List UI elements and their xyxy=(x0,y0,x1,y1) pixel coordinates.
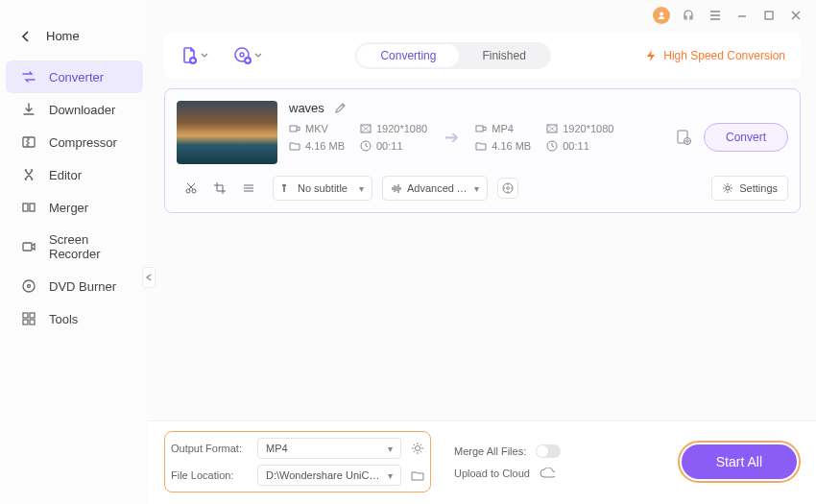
maximize-icon[interactable] xyxy=(760,7,778,24)
merge-toggle[interactable] xyxy=(536,444,561,458)
nav-label: Merger xyxy=(49,201,88,215)
arrow-right-icon: ➔ xyxy=(444,127,459,148)
svg-point-29 xyxy=(726,186,730,190)
back-icon[interactable] xyxy=(21,31,31,42)
svg-point-25 xyxy=(186,189,190,193)
sidebar-item-downloader[interactable]: Downloader xyxy=(0,93,149,126)
start-all-button[interactable]: Start All xyxy=(682,444,797,479)
open-folder-icon[interactable] xyxy=(411,468,424,482)
svg-rect-1 xyxy=(23,204,28,211)
home-label[interactable]: Home xyxy=(46,29,80,43)
content: waves MKV 1920*1080 4.16 MB 00:11 xyxy=(149,79,816,420)
toolbar: Converting Finished High Speed Conversio… xyxy=(164,33,801,79)
main-area: Converting Finished High Speed Conversio… xyxy=(149,0,816,504)
clock-icon xyxy=(360,140,372,152)
crop-icon[interactable] xyxy=(205,177,234,200)
avatar[interactable] xyxy=(653,7,670,24)
video-icon xyxy=(289,123,300,134)
video-thumbnail[interactable] xyxy=(177,101,277,164)
cloud-icon[interactable] xyxy=(540,468,555,479)
svg-point-5 xyxy=(28,285,31,288)
resolution-icon xyxy=(546,123,558,134)
support-icon[interactable] xyxy=(680,7,697,24)
nav-label: Compressor xyxy=(49,135,117,150)
upload-label: Upload to Cloud xyxy=(454,468,530,479)
svg-rect-19 xyxy=(476,126,483,132)
settings-button[interactable]: Settings xyxy=(711,176,788,201)
file-location-dropdown[interactable]: D:\Wondershare UniConverter 1 ▾ xyxy=(257,465,401,486)
output-settings-icon[interactable] xyxy=(411,442,424,455)
sidebar-item-tools[interactable]: Tools xyxy=(0,302,149,335)
sidebar-item-editor[interactable]: Editor xyxy=(0,158,149,191)
convert-button[interactable]: Convert xyxy=(704,123,788,152)
sidebar-item-screen-recorder[interactable]: Screen Recorder xyxy=(0,224,149,270)
minimize-icon[interactable] xyxy=(733,7,751,24)
svg-point-30 xyxy=(416,446,420,451)
svg-rect-7 xyxy=(30,313,35,318)
footer: Output Format: MP4 ▾ File Location: D:\W… xyxy=(149,420,816,504)
output-settings-icon[interactable] xyxy=(675,129,692,146)
svg-rect-16 xyxy=(290,126,297,132)
svg-rect-9 xyxy=(30,320,35,324)
svg-rect-8 xyxy=(23,320,28,324)
sidebar-item-dvd-burner[interactable]: DVD Burner xyxy=(0,270,149,302)
svg-rect-2 xyxy=(30,204,35,211)
sidebar-item-converter[interactable]: Converter xyxy=(6,60,143,93)
output-format-label: Output Format: xyxy=(171,443,248,454)
lightning-icon xyxy=(644,49,658,62)
high-speed-conversion[interactable]: High Speed Conversion xyxy=(644,49,785,62)
source-meta: MKV 1920*1080 4.16 MB 00:11 xyxy=(289,123,427,152)
sidebar-item-compressor[interactable]: Compressor xyxy=(0,126,149,158)
svg-point-4 xyxy=(23,280,35,292)
add-dvd-button[interactable] xyxy=(233,46,262,65)
chevron-down-icon: ▾ xyxy=(388,470,393,481)
effects-icon[interactable] xyxy=(234,177,263,200)
recorder-icon xyxy=(21,239,36,254)
chevron-down-icon: ▾ xyxy=(359,183,364,194)
tab-converting[interactable]: Converting xyxy=(357,44,459,67)
sidebar-item-merger[interactable]: Merger xyxy=(0,191,149,224)
file-name: waves xyxy=(289,101,324,115)
file-location-label: File Location: xyxy=(171,469,248,481)
folder-icon xyxy=(289,140,300,152)
svg-rect-6 xyxy=(23,313,28,318)
nav-label: Converter xyxy=(49,70,104,84)
tabs: Converting Finished xyxy=(355,42,550,69)
nav-label: Tools xyxy=(49,312,78,326)
add-file-button[interactable] xyxy=(180,46,208,65)
nav-label: Downloader xyxy=(49,103,115,117)
file-card: waves MKV 1920*1080 4.16 MB 00:11 xyxy=(164,88,801,213)
download-icon xyxy=(21,102,36,117)
chevron-down-icon xyxy=(201,52,208,60)
svg-point-26 xyxy=(192,189,196,193)
video-icon xyxy=(475,123,487,134)
collapse-sidebar-button[interactable] xyxy=(142,267,156,288)
nav-label: Screen Recorder xyxy=(49,232,128,261)
audio-icon xyxy=(391,183,401,194)
clock-icon xyxy=(546,140,558,152)
nav-label: DVD Burner xyxy=(49,279,116,294)
folder-icon xyxy=(475,140,487,152)
edit-name-icon[interactable] xyxy=(334,102,347,114)
hsc-label: High Speed Conversion xyxy=(663,49,785,62)
nav-label: Editor xyxy=(49,168,82,182)
menu-icon[interactable] xyxy=(707,7,724,24)
output-format-dropdown[interactable]: MP4 ▾ xyxy=(257,438,401,459)
close-icon[interactable] xyxy=(787,7,804,24)
chevron-down-icon xyxy=(254,52,262,60)
trim-icon[interactable] xyxy=(177,177,205,200)
converter-icon xyxy=(21,69,36,84)
svg-rect-3 xyxy=(23,243,32,251)
editor-icon xyxy=(21,167,36,182)
svg-point-14 xyxy=(240,53,244,57)
gear-icon xyxy=(722,182,733,194)
audio-dropdown[interactable]: Advanced Audi... ▾ xyxy=(382,176,488,201)
svg-point-28 xyxy=(507,187,510,190)
resolution-icon xyxy=(360,123,372,134)
dvd-icon xyxy=(21,278,36,294)
info-icon[interactable] xyxy=(497,178,518,199)
subtitle-dropdown[interactable]: No subtitle ▾ xyxy=(273,176,372,201)
svg-point-10 xyxy=(660,12,663,16)
svg-rect-11 xyxy=(765,12,773,19)
tab-finished[interactable]: Finished xyxy=(459,44,548,67)
